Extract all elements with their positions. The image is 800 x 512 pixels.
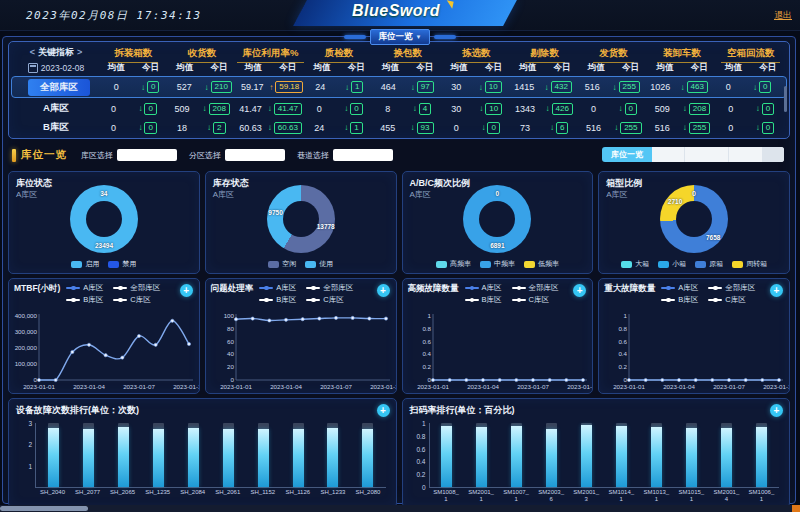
- legend-item[interactable]: C库区: [708, 295, 745, 305]
- bar: [83, 429, 94, 487]
- app-header: 2023年02月08日 17:34:13 BlueSword 退出: [0, 0, 800, 31]
- kpi-today-badge: 93: [417, 122, 434, 134]
- svg-text:2023-01-10: 2023-01-10: [173, 383, 199, 390]
- expand-button[interactable]: +: [180, 284, 193, 297]
- svg-text:1: 1: [624, 312, 628, 319]
- legend-item[interactable]: 空闲: [268, 259, 296, 269]
- legend-item[interactable]: A库区: [661, 283, 698, 293]
- legend-item[interactable]: B库区: [259, 295, 296, 305]
- kpi-today-badge: 0: [144, 122, 156, 134]
- legend-item[interactable]: 大箱: [621, 259, 649, 269]
- bar-group: [720, 423, 732, 487]
- kpi-row-label[interactable]: 全部库区: [28, 79, 90, 96]
- expand-button[interactable]: +: [770, 404, 783, 417]
- legend-item[interactable]: C库区: [306, 295, 343, 305]
- legend-item[interactable]: 启用: [71, 259, 99, 269]
- filter-input-0[interactable]: [117, 149, 177, 161]
- legend-item[interactable]: 高频率: [436, 259, 471, 269]
- line-chart-panel: 高频故障数量A库区全部库区B库区C库区+00.20.40.60.812023-0…: [402, 278, 594, 394]
- kpi-date-label: 2023-02-08: [41, 63, 84, 73]
- chart-legend: A库区全部库区B库区C库区: [661, 283, 767, 305]
- legend-swatch-icon: [658, 261, 669, 268]
- h-scrollbar[interactable]: [0, 505, 800, 512]
- nav-tab-location-overview[interactable]: 库位一览 ▼: [370, 29, 431, 45]
- legend-item[interactable]: B库区: [661, 295, 698, 305]
- trend-down-icon: ↓: [345, 83, 349, 92]
- legend-item[interactable]: 全部库区: [512, 283, 559, 293]
- legend-item[interactable]: B库区: [66, 295, 103, 305]
- kpi-today-badge: 10: [485, 103, 502, 115]
- kpi-today-badge: 60.63: [274, 122, 302, 134]
- legend-swatch-icon: [695, 261, 706, 268]
- kpi-row-label[interactable]: B库区: [43, 121, 69, 132]
- kpi-next-chevron[interactable]: >: [77, 47, 82, 57]
- trend-down-icon: ↓: [344, 104, 348, 113]
- kpi-date[interactable]: 2023-02-08: [13, 63, 99, 73]
- kpi-trend: ↓208: [677, 103, 717, 115]
- legend-item[interactable]: 禁用: [108, 259, 136, 269]
- legend-label: 使用: [319, 259, 333, 269]
- legend-marker-icon: [113, 298, 127, 303]
- svg-text:2023-01-01: 2023-01-01: [417, 383, 449, 390]
- expand-button[interactable]: +: [573, 284, 586, 297]
- kpi-cell: 0↓0: [716, 103, 785, 115]
- trend-down-icon: ↓: [683, 123, 687, 132]
- kpi-trend: ↓2: [196, 122, 236, 134]
- trend-down-icon: ↓: [411, 83, 415, 92]
- dashboard-page: 2023年02月08日 17:34:13 BlueSword 退出 库位一览 ▼…: [0, 0, 800, 512]
- legend-item[interactable]: B库区: [465, 295, 502, 305]
- expand-button[interactable]: +: [377, 284, 390, 297]
- legend-item[interactable]: C库区: [512, 295, 549, 305]
- kpi-row: B库区0↓018↓260.63↓60.6324↓1455↓930↓073↓651…: [9, 118, 789, 137]
- legend-item[interactable]: A库区: [465, 283, 502, 293]
- chart-title: 问题处理率: [211, 283, 254, 305]
- legend-item[interactable]: 中频率: [480, 259, 515, 269]
- bar: [48, 428, 59, 487]
- legend-label: 启用: [85, 259, 99, 269]
- legend-item[interactable]: 小箱: [658, 259, 686, 269]
- kpi-trend: ↓0: [745, 103, 785, 115]
- kpi-cell: 1343↓426: [511, 103, 580, 115]
- legend-item[interactable]: 周转箱: [732, 259, 767, 269]
- kpi-prev-chevron[interactable]: <: [30, 47, 35, 57]
- legend-label: 空闲: [282, 259, 296, 269]
- expand-button[interactable]: +: [770, 284, 783, 297]
- bar-ytick-label: 0: [406, 484, 426, 491]
- legend-item[interactable]: 全部库区: [113, 283, 160, 293]
- bar-group: [511, 423, 523, 487]
- legend-item[interactable]: A库区: [66, 283, 103, 293]
- legend-item[interactable]: 原箱: [695, 259, 723, 269]
- view-switch-track[interactable]: [652, 147, 784, 162]
- kpi-avg-value: 0: [714, 82, 743, 92]
- bar-category-label: SH_1235: [141, 489, 175, 496]
- h-scrollbar-thumb[interactable]: [0, 506, 88, 511]
- kpi-column-label: 收货数: [182, 46, 223, 63]
- view-switch[interactable]: 库位一览: [602, 147, 784, 162]
- view-switch-active[interactable]: 库位一览: [602, 147, 652, 162]
- kpi-subcols: 均值今日: [99, 62, 168, 74]
- kpi-trend: ↓463: [675, 81, 714, 93]
- legend-item[interactable]: 低频率: [524, 259, 559, 269]
- line-chart-head: 问题处理率A库区全部库区B库区C库区: [211, 283, 374, 305]
- bar-category-label: SM1007_1: [499, 489, 533, 503]
- bar: [511, 426, 522, 487]
- filter-input-1[interactable]: [225, 149, 285, 161]
- legend-item[interactable]: 全部库区: [708, 283, 755, 293]
- legend-item[interactable]: 使用: [305, 259, 333, 269]
- line-chart-head: 高频故障数量A库区全部库区B库区C库区: [408, 283, 571, 305]
- legend-item[interactable]: A库区: [259, 283, 296, 293]
- legend-label: B库区: [83, 295, 103, 305]
- kpi-subcol-label: 今日: [133, 62, 167, 74]
- legend-item[interactable]: 全部库区: [306, 283, 353, 293]
- kpi-scrollbar-thumb[interactable]: [784, 86, 787, 112]
- logout-link[interactable]: 退出: [774, 9, 792, 22]
- kpi-row-label[interactable]: A库区: [43, 102, 69, 113]
- legend-label: C库区: [529, 295, 549, 305]
- legend-label: 周转箱: [746, 259, 767, 269]
- donut-panel: 库位状态A库区2349434启用禁用: [8, 171, 200, 274]
- legend-item[interactable]: C库区: [113, 295, 150, 305]
- kpi-column-label: 发货数: [593, 46, 634, 63]
- expand-button[interactable]: +: [377, 404, 390, 417]
- filter-input-2[interactable]: [333, 149, 393, 161]
- chart-legend: A库区全部库区B库区C库区: [66, 283, 176, 305]
